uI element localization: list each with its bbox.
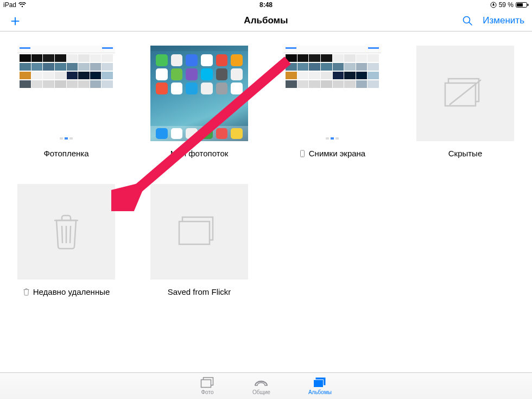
album-photo-stream[interactable]: Мой фотопоток — [150, 46, 248, 158]
svg-line-11 — [62, 226, 62, 243]
device-icon — [299, 150, 306, 157]
svg-rect-3 — [517, 3, 523, 7]
album-label: Скрытые — [448, 149, 483, 158]
album-screenshots[interactable]: Снимки экрана — [283, 46, 381, 158]
svg-rect-9 — [445, 83, 476, 106]
wifi-icon — [18, 2, 26, 8]
battery-icon — [516, 2, 529, 8]
album-label: Снимки экрана — [299, 149, 365, 158]
album-camera-roll[interactable]: Фотопленка — [17, 46, 115, 158]
svg-rect-20 — [314, 380, 324, 388]
tab-shared[interactable]: Общие — [252, 377, 270, 395]
album-label: Фотопленка — [43, 149, 88, 158]
album-thumbnail — [150, 46, 248, 141]
album-label-text: Недавно удаленные — [33, 287, 110, 296]
tab-bar: Фото Общие Альбомы — [0, 372, 532, 399]
svg-rect-2 — [528, 4, 529, 6]
tab-photos[interactable]: Фото — [200, 377, 214, 395]
device-label: iPad — [3, 1, 16, 9]
status-time: 8:48 — [259, 1, 273, 9]
albums-grid: Фотопленка Мой фотопоток — [0, 31, 532, 311]
nav-bar: ＋ Альбомы Изменить — [0, 10, 532, 31]
nav-title: Альбомы — [244, 15, 288, 26]
tab-label: Общие — [252, 389, 270, 395]
album-label: Недавно удаленные — [23, 287, 110, 296]
svg-line-5 — [470, 22, 472, 25]
album-label: Saved from Flickr — [168, 287, 231, 296]
album-thumbnail — [150, 184, 248, 280]
album-saved-flickr[interactable]: Saved from Flickr — [150, 184, 248, 296]
tab-label: Альбомы — [308, 389, 332, 395]
status-bar: iPad 8:48 59 % — [0, 0, 532, 10]
album-label-text: Снимки экрана — [309, 149, 365, 158]
status-left: iPad — [3, 1, 26, 9]
album-thumbnail — [17, 184, 115, 280]
svg-point-7 — [302, 156, 302, 156]
album-thumbnail — [17, 46, 115, 141]
album-recently-deleted[interactable]: Недавно удаленные — [17, 184, 115, 296]
rotation-lock-icon — [490, 2, 497, 8]
tab-label: Фото — [201, 389, 214, 395]
battery-percent: 59 % — [499, 1, 514, 9]
add-button[interactable]: ＋ — [8, 13, 23, 28]
edit-button[interactable]: Изменить — [483, 15, 524, 26]
search-button[interactable] — [462, 15, 473, 26]
svg-rect-15 — [179, 221, 210, 244]
album-label: Мой фотопоток — [170, 149, 229, 158]
album-thumbnail — [416, 46, 514, 141]
trash-icon — [23, 288, 30, 296]
svg-line-13 — [70, 226, 71, 243]
status-right: 59 % — [490, 1, 529, 9]
svg-rect-18 — [201, 380, 211, 388]
album-thumbnail — [283, 46, 381, 141]
album-hidden[interactable]: Скрытые — [416, 46, 514, 158]
tab-albums[interactable]: Альбомы — [308, 377, 332, 395]
